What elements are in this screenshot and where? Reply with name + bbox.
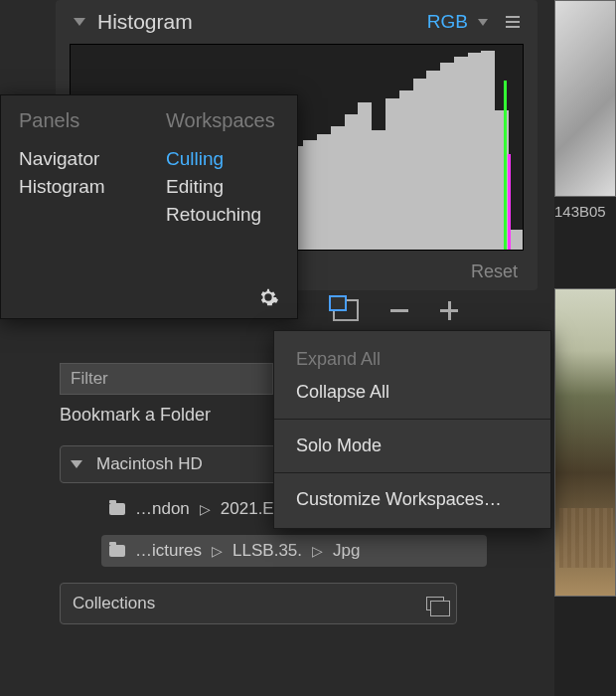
- folder-path-2[interactable]: …ictures ▷ LLSB.35. ▷ Jpg: [101, 535, 487, 567]
- histogram-reset-button[interactable]: Reset: [471, 261, 518, 282]
- context-menu-separator: [274, 419, 550, 420]
- collections-row[interactable]: Collections: [60, 583, 457, 624]
- histogram-bar: [317, 134, 331, 250]
- context-menu-item[interactable]: Customize Workspaces…: [274, 483, 550, 516]
- histogram-bar: [303, 140, 317, 250]
- folder-path-1-seg-a: …ndon: [135, 499, 190, 519]
- histogram-bar: [468, 53, 482, 250]
- context-menu-item: Expand All: [274, 343, 550, 376]
- gear-icon[interactable]: [257, 286, 279, 308]
- context-menu-item[interactable]: Collapse All: [274, 376, 550, 409]
- chevron-down-icon: [71, 460, 82, 468]
- thumbnail-2[interactable]: [554, 288, 616, 597]
- compare-window-icon[interactable]: [333, 299, 359, 321]
- histogram-clip-magenta: [508, 154, 511, 250]
- histogram-options-icon[interactable]: [506, 16, 520, 28]
- histogram-clip-green: [504, 81, 507, 250]
- workspace-item-retouching[interactable]: Retouching: [166, 204, 261, 226]
- chevron-down-icon[interactable]: [478, 19, 488, 26]
- popover-header-panels: Panels: [19, 109, 166, 132]
- histogram-disclosure-icon[interactable]: [74, 18, 85, 26]
- collections-label: Collections: [73, 594, 155, 613]
- histogram-bar: [331, 126, 345, 250]
- folder-icon: [109, 503, 125, 515]
- histogram-bar: [372, 130, 385, 250]
- collections-stack-icon: [426, 597, 444, 610]
- popover-header-workspaces: Workspaces: [166, 109, 275, 132]
- context-menu-separator: [274, 472, 550, 473]
- histogram-title: Histogram: [97, 10, 427, 34]
- histogram-mode-dropdown[interactable]: RGB: [427, 11, 468, 33]
- thumbnail-1-label: 143B05: [554, 203, 606, 220]
- breadcrumb-sep-icon: ▷: [312, 543, 323, 559]
- histogram-bar: [345, 114, 359, 250]
- folder-path-2-seg-b: LLSB.35.: [232, 541, 302, 561]
- panel-item-histogram[interactable]: Histogram: [19, 176, 166, 198]
- folder-icon: [109, 545, 125, 557]
- workspace-item-editing[interactable]: Editing: [166, 176, 224, 198]
- thumbnail-1[interactable]: [554, 0, 616, 197]
- histogram-bar: [454, 57, 468, 250]
- folder-filter-input[interactable]: Filter: [60, 363, 273, 395]
- panels-workspaces-popover: Panels Workspaces Navigator Culling Hist…: [0, 94, 298, 319]
- collapse-icon[interactable]: [390, 309, 408, 312]
- breadcrumb-sep-icon: ▷: [212, 543, 223, 559]
- context-menu: Expand AllCollapse AllSolo ModeCustomize…: [273, 330, 551, 529]
- histogram-bar: [385, 98, 399, 250]
- folder-path-2-seg-c: Jpg: [333, 541, 360, 561]
- histogram-bar: [413, 79, 427, 250]
- drive-name: Macintosh HD: [96, 454, 203, 474]
- context-menu-item[interactable]: Solo Mode: [274, 430, 550, 462]
- filter-placeholder: Filter: [71, 369, 108, 389]
- histogram-bar: [358, 102, 372, 250]
- histogram-bar: [426, 71, 440, 250]
- histogram-bar: [509, 230, 523, 250]
- expand-icon[interactable]: [440, 309, 458, 312]
- folder-path-2-seg-a: …ictures: [135, 541, 202, 561]
- histogram-bar: [440, 63, 454, 250]
- panel-item-navigator[interactable]: Navigator: [19, 148, 166, 170]
- workspace-item-culling[interactable]: Culling: [166, 148, 224, 170]
- breadcrumb-sep-icon: ▷: [200, 501, 211, 517]
- histogram-bar: [481, 51, 495, 250]
- histogram-bar: [399, 90, 413, 250]
